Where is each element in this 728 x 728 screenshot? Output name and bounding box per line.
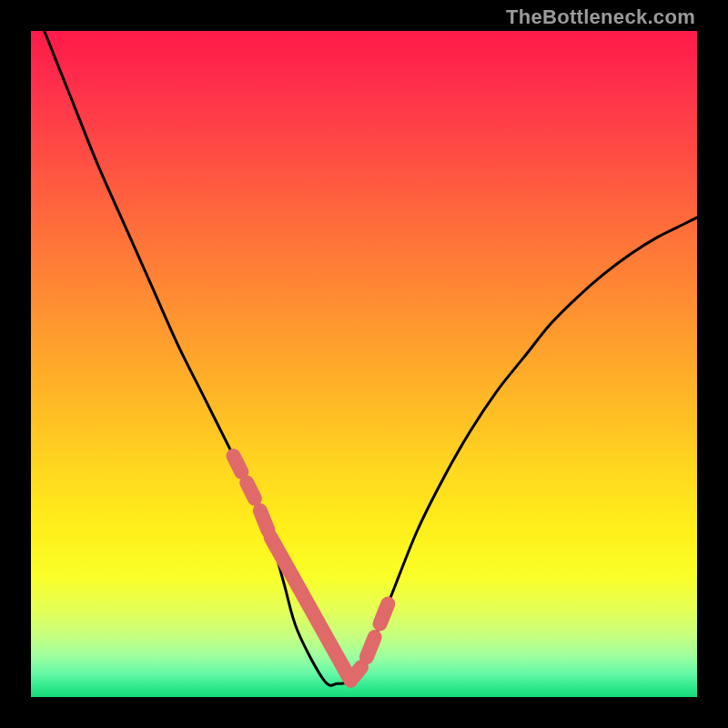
highlight-segment: [247, 482, 255, 499]
chart-container: TheBottleneck.com: [0, 0, 728, 728]
highlight-segment: [234, 456, 242, 472]
plot-area: [31, 31, 697, 697]
highlight-segment: [260, 511, 268, 531]
bottleneck-curve: [45, 31, 697, 685]
highlight-markers: [234, 456, 389, 681]
watermark-label: TheBottleneck.com: [506, 5, 695, 29]
curve-layer: [31, 31, 697, 697]
highlight-segment: [367, 637, 375, 657]
highlight-segment: [353, 667, 361, 677]
highlight-segment: [380, 604, 389, 624]
